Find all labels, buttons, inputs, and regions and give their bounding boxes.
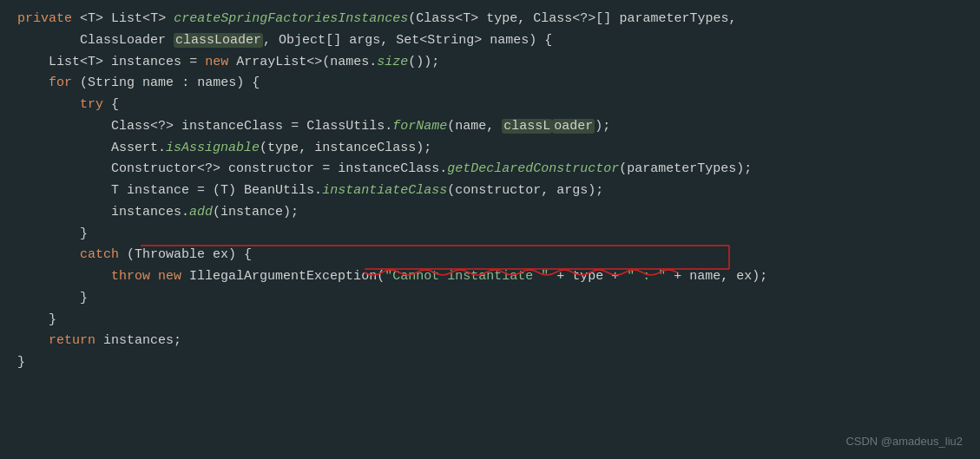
code-line-16: return instances; [17, 331, 963, 352]
code-line-5: try { [17, 95, 963, 116]
code-line-17: } [17, 352, 963, 374]
code-line-3: List<T> instances = new ArrayList<>(name… [17, 52, 963, 74]
watermark: CSDN @amadeus_liu2 [845, 432, 963, 450]
code-line-11: } [17, 224, 963, 246]
code-line-15: } [17, 310, 963, 331]
code-line-2: ClassLoader classLoader, Object[] args, … [17, 30, 963, 52]
code-line-13: throw new IllegalArgumentException("Cann… [17, 266, 963, 288]
code-editor: private <T> List<T> createSpringFactorie… [0, 0, 980, 459]
code-line-6: Class<?> instanceClass = ClassUtils.forN… [17, 116, 963, 138]
code-line-9: T instance = (T) BeanUtils.instantiateCl… [17, 180, 963, 202]
code-line-7: Assert.isAssignable(type, instanceClass)… [17, 138, 963, 160]
code-line-12: catch (Throwable ex) { [17, 245, 963, 266]
code-line-8: Constructor<?> constructor = instanceCla… [17, 159, 963, 180]
code-line-14: } [17, 288, 963, 310]
code-line-1: private <T> List<T> createSpringFactorie… [17, 9, 963, 30]
code-line-4: for (String name : names) { [17, 73, 963, 95]
code-line-10: instances.add(instance); [17, 202, 963, 224]
